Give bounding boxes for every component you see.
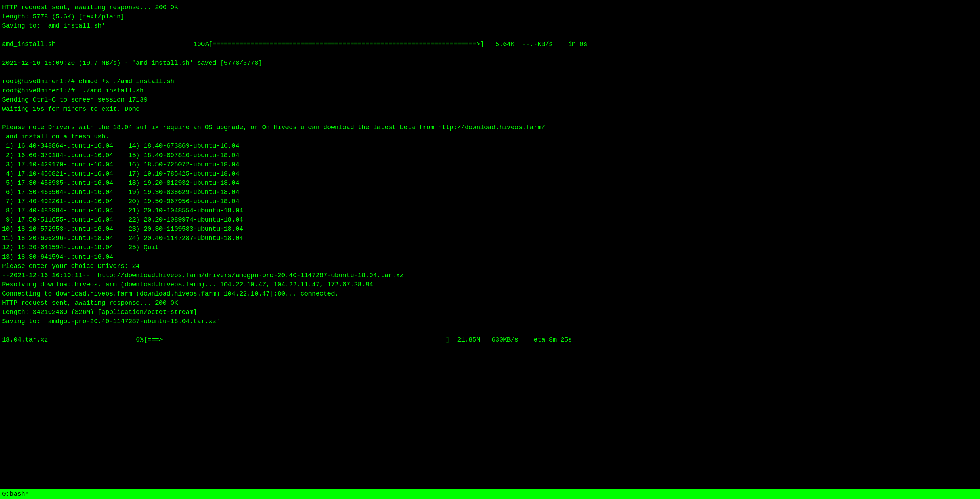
terminal-line: 2) 16.60-379184-ubuntu-16.04 15) 18.40-6…	[2, 151, 978, 160]
terminal-line: Waiting 15s for miners to exit. Done	[2, 104, 978, 114]
terminal-line: Saving to: 'amd_install.sh'	[2, 21, 978, 30]
terminal-line: HTTP request sent, awaiting response... …	[2, 298, 978, 308]
terminal-line: 11) 18.20-606296-ubuntu-18.04 24) 20.40-…	[2, 234, 978, 243]
terminal-line: root@hive8miner1:/# ./amd_install.sh	[2, 86, 978, 95]
terminal-line: 4) 17.10-450821-ubuntu-16.04 17) 19.10-7…	[2, 169, 978, 178]
terminal-line: --2021-12-16 16:10:11-- http://download.…	[2, 271, 978, 280]
terminal-line: Please enter your choice Drivers: 24	[2, 262, 978, 271]
terminal-line: Length: 342102480 (326M) [application/oc…	[2, 308, 978, 317]
terminal-line: Please note Drivers with the 18.04 suffi…	[2, 123, 978, 132]
terminal-line: root@hive8miner1:/# chmod +x ./amd_insta…	[2, 77, 978, 86]
terminal-line: Saving to: 'amdgpu-pro-20.40-1147287-ubu…	[2, 317, 978, 326]
terminal-line: and install on a fresh usb.	[2, 132, 978, 141]
terminal-line: 2021-12-16 16:09:20 (19.7 MB/s) - 'amd_i…	[2, 59, 978, 68]
terminal-line: 3) 17.10-429170-ubuntu-16.04 16) 18.50-7…	[2, 160, 978, 169]
terminal-line: 12) 18.30-641594-ubuntu-18.04 25) Quit	[2, 243, 978, 252]
terminal-line: Length: 5778 (5.6K) [text/plain]	[2, 12, 978, 21]
terminal-line: 6) 17.30-465504-ubuntu-16.04 19) 19.30-8…	[2, 188, 978, 197]
terminal-line: Resolving download.hiveos.farm (download…	[2, 280, 978, 289]
terminal-line: HTTP request sent, awaiting response... …	[2, 3, 978, 12]
terminal-line: 9) 17.50-511655-ubuntu-16.04 22) 20.20-1…	[2, 215, 978, 224]
terminal-line: 10) 18.10-572953-ubuntu-16.04 23) 20.30-…	[2, 224, 978, 234]
terminal-line: 8) 17.40-483984-ubuntu-16.04 21) 20.10-1…	[2, 206, 978, 215]
terminal-line: 13) 18.30-641594-ubuntu-16.04	[2, 252, 978, 262]
terminal-line: 18.04.tar.xz 6%[===> ] 21.85M 630KB/s et…	[2, 335, 978, 344]
terminal-window: HTTP request sent, awaiting response... …	[0, 0, 980, 485]
terminal-line: 1) 16.40-348864-ubuntu-16.04 14) 18.40-6…	[2, 141, 978, 150]
terminal-line	[2, 68, 978, 77]
terminal-line: 7) 17.40-492261-ubuntu-16.04 20) 19.50-9…	[2, 197, 978, 206]
terminal-line: Sending Ctrl+C to screen session 17139	[2, 95, 978, 104]
terminal-line: Connecting to download.hiveos.farm (down…	[2, 289, 978, 298]
status-bar: 0:bash*	[0, 489, 980, 499]
terminal-line	[2, 114, 978, 123]
terminal-line: amd_install.sh 100%[====================…	[2, 40, 978, 49]
terminal-line	[2, 30, 978, 40]
terminal-line: 5) 17.30-458935-ubuntu-16.04 18) 19.20-8…	[2, 178, 978, 188]
terminal-line	[2, 326, 978, 335]
terminal-line	[2, 49, 978, 58]
